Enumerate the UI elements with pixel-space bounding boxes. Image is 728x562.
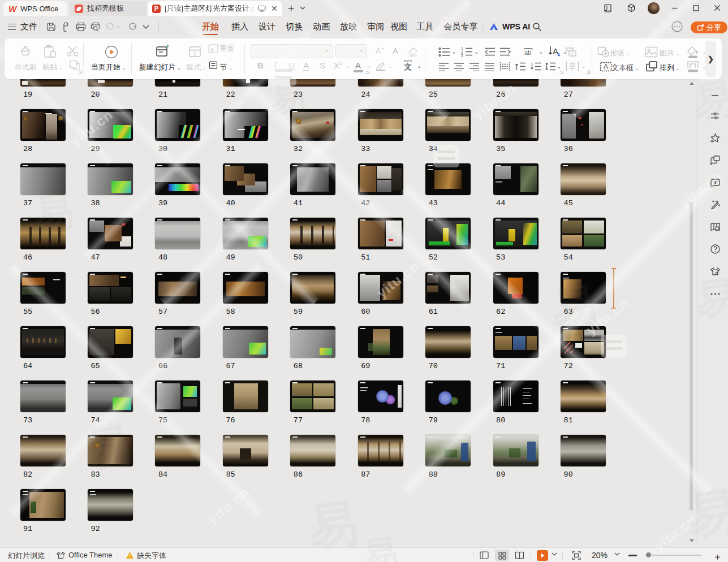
svg-text:ab: ab — [524, 49, 531, 56]
svg-text:A: A — [553, 46, 558, 56]
svg-text:3: 3 — [461, 54, 463, 57]
